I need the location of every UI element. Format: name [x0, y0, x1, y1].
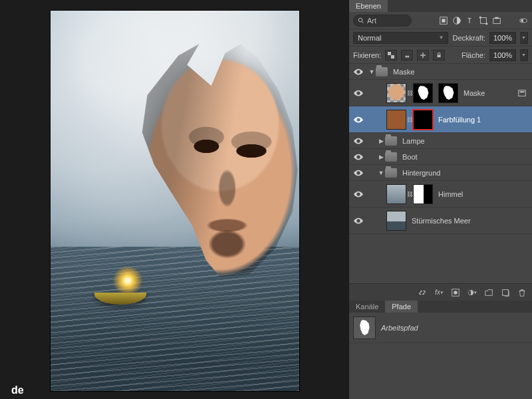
new-group-icon[interactable]	[484, 288, 493, 297]
opacity-dropdown[interactable]: ▼	[520, 32, 528, 44]
layers-panel-tab-bar: Ebenen	[349, 0, 532, 12]
link-icon[interactable]: ⛓	[406, 116, 413, 123]
kanale-tab[interactable]: Kanäle	[349, 301, 385, 313]
link-icon[interactable]: ⛓	[406, 191, 413, 198]
layer-thumb[interactable]	[386, 83, 406, 103]
disclosure-icon[interactable]: ▼	[377, 170, 385, 176]
layer-mask-thumb[interactable]	[413, 110, 433, 130]
layer-meer[interactable]: Stürmisches Meer	[349, 207, 532, 234]
visibility-toggle[interactable]	[349, 154, 368, 160]
paths-panel: Arbeitspfad	[349, 313, 532, 343]
ocean-artwork	[51, 247, 299, 391]
lock-label: Fixieren:	[353, 51, 381, 59]
smart-filter-icon[interactable]	[517, 88, 527, 98]
disclosure-icon[interactable]: ▶	[377, 154, 385, 160]
layer-label: Hintergrund	[397, 169, 440, 177]
path-thumb[interactable]	[353, 317, 376, 339]
visibility-toggle[interactable]	[349, 170, 368, 176]
new-adjustment-icon[interactable]: ▾	[467, 288, 477, 297]
svg-rect-18	[520, 91, 525, 92]
lock-image-button[interactable]	[401, 50, 413, 61]
svg-rect-17	[519, 90, 526, 96]
canvas-workspace	[0, 0, 349, 399]
layer-list[interactable]: ▼ Maske ⛓ Maske ⛓ Farbfüllung 1 ▶	[349, 64, 532, 283]
layer-himmel[interactable]: ⛓ Himmel	[349, 181, 532, 207]
layer-label: Maske	[458, 89, 485, 97]
visibility-toggle[interactable]	[349, 90, 368, 96]
vector-mask-thumb-2[interactable]	[438, 83, 458, 103]
layer-thumb[interactable]	[386, 211, 406, 231]
svg-point-0	[358, 18, 362, 22]
delete-layer-icon[interactable]	[517, 288, 527, 297]
filter-toggle-icon[interactable]	[519, 16, 528, 25]
svg-rect-16	[438, 55, 441, 57]
fill-label: Fläche:	[462, 51, 485, 59]
layer-label: Himmel	[433, 190, 463, 198]
link-layers-icon[interactable]	[418, 288, 427, 297]
folder-icon	[385, 152, 397, 162]
folder-icon	[385, 168, 397, 178]
pfade-tab[interactable]: Pfade	[385, 301, 418, 313]
path-row-arbeitspfad[interactable]: Arbeitspfad	[349, 313, 532, 343]
svg-rect-6	[481, 17, 487, 23]
group-boot[interactable]: ▶ Boot	[349, 149, 532, 165]
layer-label: Farbfüllung 1	[433, 116, 481, 124]
blend-mode-select[interactable]: Normal ▼	[353, 32, 448, 44]
blend-mode-value: Normal	[358, 34, 381, 42]
layers-bottom-bar: fx▾ ▾	[349, 283, 532, 301]
visibility-toggle[interactable]	[349, 191, 368, 198]
group-lampe[interactable]: ▶ Lampe	[349, 133, 532, 149]
filter-smart-icon[interactable]	[492, 16, 501, 25]
visibility-toggle[interactable]	[349, 138, 368, 144]
filter-shape-icon[interactable]	[479, 16, 488, 25]
filter-adjust-icon[interactable]	[452, 16, 462, 25]
layer-mask-thumb[interactable]	[413, 184, 433, 204]
group-hintergrund[interactable]: ▼ Hintergrund	[349, 165, 532, 181]
layer-filter-label: Art	[367, 17, 376, 25]
svg-rect-22	[503, 289, 509, 295]
disclosure-icon[interactable]: ▶	[377, 138, 385, 144]
layer-fx-icon[interactable]: fx▾	[434, 288, 444, 297]
folder-icon	[385, 136, 397, 146]
lock-all-button[interactable]	[433, 50, 445, 61]
svg-rect-3	[442, 19, 445, 22]
filter-type-icon[interactable]: T	[466, 16, 475, 25]
layer-filter-row: Art T	[349, 12, 532, 29]
new-layer-icon[interactable]	[501, 288, 510, 297]
visibility-toggle[interactable]	[349, 68, 368, 75]
paths-panel-tab-bar: Kanäle Pfade	[349, 301, 532, 313]
svg-rect-9	[493, 18, 501, 23]
disclosure-icon[interactable]: ▼	[368, 68, 376, 75]
group-maske[interactable]: ▼ Maske	[349, 64, 532, 80]
lock-fill-row: Fixieren: Fläche: 100% ▼	[349, 47, 532, 64]
visibility-toggle[interactable]	[349, 217, 368, 224]
layer-filter-select[interactable]: Art	[353, 15, 412, 27]
document-canvas[interactable]	[51, 11, 299, 391]
fill-field[interactable]: 100%	[489, 49, 516, 61]
lock-transparent-button[interactable]	[385, 50, 397, 61]
layer-label: Lampe	[397, 137, 425, 145]
fill-thumb[interactable]	[386, 110, 406, 130]
layer-maske[interactable]: ⛓ Maske	[349, 80, 532, 106]
svg-rect-7	[479, 16, 481, 18]
watermark: de	[11, 384, 24, 396]
boat-artwork	[90, 281, 150, 305]
add-mask-icon[interactable]	[451, 288, 460, 297]
fill-dropdown[interactable]: ▼	[520, 49, 528, 61]
layer-label: Maske	[388, 68, 414, 76]
svg-rect-15	[391, 55, 394, 59]
layers-tab[interactable]: Ebenen	[349, 0, 388, 12]
svg-rect-8	[486, 23, 488, 25]
svg-line-1	[362, 21, 364, 23]
visibility-toggle[interactable]	[349, 116, 368, 123]
folder-icon	[376, 67, 388, 76]
opacity-label: Deckkraft:	[452, 34, 485, 42]
layer-thumb[interactable]	[386, 184, 406, 204]
layer-farbfuellung-1[interactable]: ⛓ Farbfüllung 1	[349, 106, 532, 133]
vector-mask-thumb[interactable]	[413, 83, 433, 103]
opacity-field[interactable]: 100%	[489, 32, 516, 44]
filter-pixel-icon[interactable]	[439, 16, 448, 25]
layer-label: Boot	[397, 153, 418, 161]
link-icon[interactable]: ⛓	[406, 90, 413, 96]
lock-position-button[interactable]	[417, 50, 429, 61]
